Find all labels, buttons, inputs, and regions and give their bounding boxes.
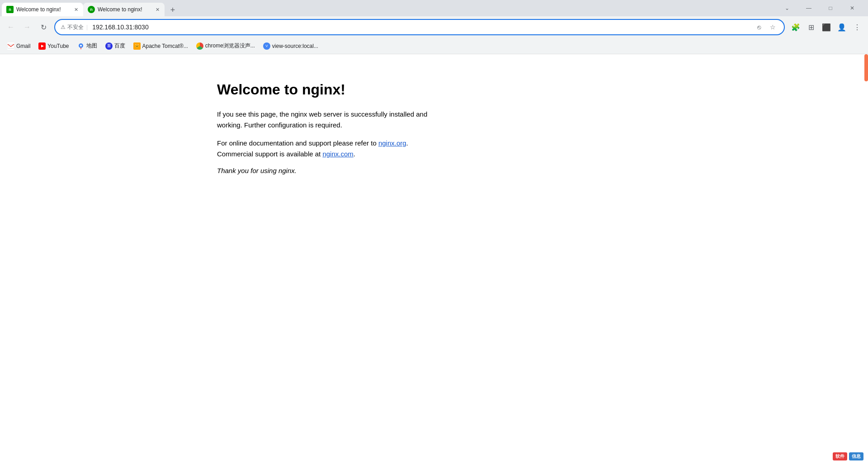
- bookmark-viewsource[interactable]: V view-source:local...: [259, 41, 322, 52]
- bookmark-youtube-label: YouTube: [47, 43, 69, 49]
- page-para4: Thank you for using nginx.: [217, 167, 297, 174]
- title-bar: n Welcome to nginx! ✕ n Welcome to nginx…: [0, 0, 868, 16]
- bookmark-baidu[interactable]: 百 百度: [102, 40, 129, 52]
- para1-text: If you see this page, the nginx web serv…: [217, 110, 427, 129]
- bookmark-youtube[interactable]: YouTube: [35, 41, 72, 52]
- bookmark-star-button[interactable]: ☆: [767, 21, 778, 33]
- para3-suffix: .: [354, 150, 355, 158]
- para2-suffix: .: [406, 139, 408, 147]
- tab2-favicon-icon: n: [88, 6, 95, 13]
- gmail-icon: [7, 42, 14, 50]
- bookmark-viewsource-label: view-source:local...: [272, 43, 318, 49]
- security-label: 不安全: [67, 23, 84, 31]
- back-button[interactable]: ←: [4, 20, 18, 34]
- para2-prefix: For online documentation and support ple…: [217, 139, 378, 147]
- forward-button[interactable]: →: [20, 20, 34, 34]
- toolbar: ← → ↻ ⚠ 不安全 | 192.168.10.31:8030 ⎋ ☆ 🧩 ⊞…: [0, 16, 868, 38]
- tab-2[interactable]: n Welcome to nginx! ✕: [83, 3, 165, 16]
- tab1-close-button[interactable]: ✕: [72, 6, 80, 13]
- nginx-org-link[interactable]: nginx.org: [378, 139, 406, 147]
- account-button[interactable]: 👤: [835, 20, 849, 34]
- nginx-com-link[interactable]: nginx.com: [322, 150, 353, 158]
- bookmark-map[interactable]: 地图: [74, 40, 101, 52]
- address-text: 192.168.10.31:8030: [92, 23, 750, 31]
- bookmark-tomcat-label: Apache Tomcat®...: [142, 43, 188, 49]
- new-tab-button[interactable]: +: [166, 4, 179, 16]
- baidu-icon: 百: [105, 42, 113, 50]
- tab2-close-button[interactable]: ✕: [154, 6, 161, 13]
- bookmarks-bar: Gmail YouTube 地图 百 百度 🐱 Apache Tomc: [0, 38, 868, 54]
- bookmark-map-label: 地图: [86, 42, 97, 50]
- tabs-area: n Welcome to nginx! ✕ n Welcome to nginx…: [2, 0, 777, 16]
- bookmark-baidu-label: 百度: [114, 42, 125, 50]
- youtube-icon: [38, 42, 46, 50]
- overlay-badge-blue: 信息: [849, 452, 863, 460]
- tomcat-icon: 🐱: [133, 42, 141, 50]
- close-button[interactable]: ✕: [842, 1, 863, 15]
- browser-window: n Welcome to nginx! ✕ n Welcome to nginx…: [0, 0, 868, 465]
- bookmark-chrome-label: chrome浏览器没声...: [205, 42, 255, 50]
- tab1-favicon-icon: n: [6, 6, 14, 13]
- svg-point-4: [80, 45, 82, 47]
- minimize-button[interactable]: —: [798, 1, 819, 15]
- tab2-title: Welcome to nginx!: [98, 6, 151, 13]
- para3-prefix: Commercial support is available at: [217, 150, 322, 158]
- toolbar-right: 🧩 ⊞ ⬛ 👤 ⋮: [788, 20, 864, 34]
- address-bar[interactable]: ⚠ 不安全 | 192.168.10.31:8030 ⎋ ☆: [54, 19, 785, 35]
- page-para2: For online documentation and support ple…: [217, 138, 408, 160]
- warning-icon: ⚠: [61, 24, 66, 30]
- security-indicator[interactable]: ⚠ 不安全 |: [61, 23, 89, 31]
- media-router-button[interactable]: ⊞: [804, 20, 818, 34]
- tab-1[interactable]: n Welcome to nginx! ✕: [2, 3, 83, 16]
- page-para1: If you see this page, the nginx web serv…: [217, 109, 452, 131]
- reload-button[interactable]: ↻: [36, 20, 51, 34]
- extensions-button[interactable]: 🧩: [788, 20, 803, 34]
- bookmark-chrome[interactable]: chrome浏览器没声...: [193, 40, 259, 52]
- tab-search-button[interactable]: ⌄: [777, 1, 797, 15]
- overlay-badge-red: 软件: [833, 452, 847, 460]
- map-icon: [77, 42, 85, 50]
- tab1-title: Welcome to nginx!: [16, 6, 70, 13]
- share-button[interactable]: ⎋: [753, 21, 765, 33]
- bookmark-tomcat[interactable]: 🐱 Apache Tomcat®...: [130, 41, 192, 52]
- scroll-indicator: [864, 54, 868, 81]
- bookmark-gmail[interactable]: Gmail: [4, 41, 34, 52]
- svg-marker-2: [41, 45, 44, 47]
- page-content: Welcome to nginx! If you see this page, …: [0, 54, 868, 465]
- address-bar-icons: ⎋ ☆: [753, 21, 778, 33]
- chrome-icon: [196, 42, 203, 50]
- window-controls: ⌄ — □ ✕: [777, 1, 866, 15]
- sidebar-button[interactable]: ⬛: [819, 20, 834, 34]
- bookmark-gmail-label: Gmail: [16, 43, 30, 49]
- bottom-overlay: 软件 信息: [833, 452, 863, 460]
- page-heading: Welcome to nginx!: [217, 81, 345, 98]
- viewsource-icon: V: [263, 42, 270, 50]
- separator: |: [86, 24, 88, 30]
- menu-button[interactable]: ⋮: [850, 20, 864, 34]
- maximize-button[interactable]: □: [820, 1, 841, 15]
